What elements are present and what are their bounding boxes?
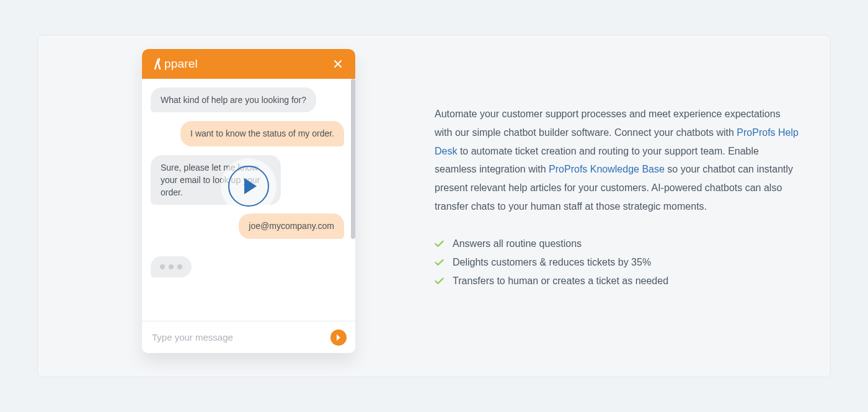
feature-item-label: Answers all routine questions [453, 238, 582, 249]
check-icon [435, 240, 444, 248]
chat-brand: pparel [152, 57, 198, 71]
brand-a-icon [152, 57, 163, 71]
chat-message-input[interactable] [152, 332, 330, 343]
feature-item: Transfers to human or creates a ticket a… [435, 272, 800, 290]
check-icon [435, 277, 444, 285]
chat-input-row [142, 321, 355, 353]
chat-header: pparel [142, 49, 355, 79]
chat-widget: pparel What kind of help are you looking… [142, 49, 355, 353]
chat-message-user: joe@mycompany.com [239, 213, 344, 238]
feature-description: Automate your customer support processes… [435, 105, 800, 216]
play-ring-icon [228, 166, 269, 207]
send-button[interactable] [330, 329, 347, 346]
typing-indicator [151, 256, 192, 277]
feature-description-column: Automate your customer support processes… [435, 105, 800, 290]
chat-brand-label: pparel [164, 57, 198, 71]
close-icon[interactable] [330, 56, 345, 71]
feature-item-label: Delights customers & reduces tickets by … [453, 257, 651, 268]
chat-message-bot: What kind of help are you looking for? [151, 87, 316, 112]
chat-scrollbar[interactable] [351, 79, 355, 239]
typing-dot-icon [169, 264, 174, 269]
feature-list: Answers all routine questions Delights c… [435, 235, 800, 290]
feature-item: Answers all routine questions [435, 235, 800, 253]
check-icon [435, 259, 444, 266]
typing-dot-icon [160, 264, 165, 269]
feature-item-label: Transfers to human or creates a ticket a… [453, 275, 668, 287]
typing-dot-icon [177, 264, 182, 269]
desc-text: Automate your customer support processes… [435, 109, 781, 138]
chat-message-user: I want to know the status of my order. [180, 121, 344, 146]
feature-item: Delights customers & reduces tickets by … [435, 253, 800, 272]
play-video-button[interactable] [221, 158, 277, 214]
feature-card: pparel What kind of help are you looking… [37, 35, 831, 377]
send-arrow-icon [335, 334, 342, 341]
play-triangle-icon [244, 178, 257, 194]
knowledge-base-link[interactable]: ProProfs Knowledge Base [549, 164, 665, 174]
